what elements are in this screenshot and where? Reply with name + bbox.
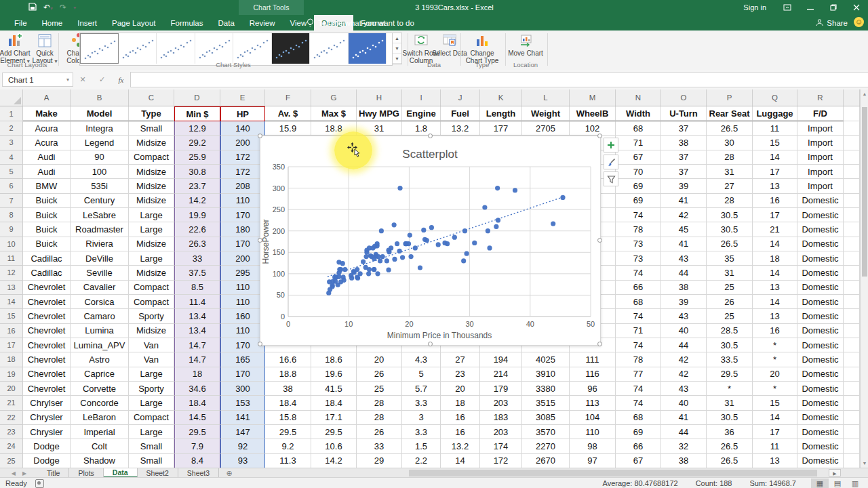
cell-O9[interactable]: 45 [661, 222, 707, 237]
cell-P7[interactable]: 28 [707, 194, 753, 208]
cell-C4[interactable]: Compact [129, 150, 174, 165]
hscroll-right-icon[interactable]: ▶ [829, 469, 841, 476]
cell-A18[interactable]: Chevrolet [23, 352, 71, 367]
cell-D25[interactable]: 8.4 [174, 454, 220, 468]
cell-K24[interactable]: 174 [480, 439, 522, 453]
ribbon-tab-review[interactable]: Review [242, 15, 283, 30]
cell-E19[interactable]: 170 [220, 367, 265, 382]
cell-Q1[interactable]: Luggage [753, 106, 797, 121]
cell-Q18[interactable]: * [753, 352, 797, 367]
chart-style-thumbnail-2[interactable] [119, 33, 157, 64]
cell-P4[interactable]: 28 [707, 150, 753, 165]
cell-R2[interactable]: Import [797, 121, 844, 136]
cell-E22[interactable]: 141 [220, 411, 265, 425]
cell-H24[interactable]: 33 [357, 439, 402, 453]
cell-I21[interactable]: 3.3 [402, 396, 441, 410]
cell-partial[interactable] [844, 136, 860, 150]
cell-B3[interactable]: Legend [71, 136, 129, 150]
macro-record-icon[interactable] [35, 479, 44, 488]
cell-partial[interactable] [844, 222, 860, 237]
cell-F25[interactable]: 11.3 [265, 454, 311, 468]
column-header-Q[interactable]: Q [753, 89, 797, 106]
cell-G21[interactable]: 18.4 [311, 396, 357, 410]
cell-G1[interactable]: Max $ [311, 106, 357, 121]
cell-B24[interactable]: Colt [71, 439, 129, 453]
cell-D8[interactable]: 19.9 [174, 208, 220, 222]
cell-N4[interactable]: 67 [616, 150, 661, 165]
cell-N3[interactable]: 71 [616, 136, 661, 150]
cell-O3[interactable]: 38 [661, 136, 707, 150]
chart-handle[interactable] [428, 342, 433, 346]
cell-D15[interactable]: 13.4 [174, 309, 220, 323]
cell-I20[interactable]: 5.7 [402, 382, 441, 396]
ribbon-tab-insert[interactable]: Insert [70, 15, 104, 30]
cell-N11[interactable]: 73 [616, 251, 661, 266]
cell-O11[interactable]: 43 [661, 251, 707, 266]
customize-qat-icon[interactable]: ▾ [73, 5, 76, 11]
cell-A9[interactable]: Buick [23, 222, 71, 237]
cell-A22[interactable]: Chrysler [23, 411, 71, 425]
cell-B25[interactable]: Shadow [71, 454, 129, 468]
cell-K18[interactable]: 194 [480, 352, 522, 367]
cell-partial[interactable] [844, 309, 860, 323]
column-header-I[interactable]: I [402, 89, 441, 106]
cell-A5[interactable]: Audi [23, 165, 71, 179]
cell-E9[interactable]: 180 [220, 222, 265, 237]
chart-elements-button[interactable] [604, 138, 618, 152]
cell-P2[interactable]: 26.5 [707, 121, 753, 136]
cell-C15[interactable]: Sporty [129, 309, 174, 323]
cell-L19[interactable]: 3910 [522, 367, 570, 382]
cell-N24[interactable]: 66 [616, 439, 661, 453]
cell-partial[interactable] [844, 179, 860, 193]
cell-Q6[interactable]: 13 [753, 179, 797, 193]
row-header-2[interactable]: 2 [0, 121, 23, 136]
cell-L24[interactable]: 2270 [522, 439, 570, 453]
cell-P9[interactable]: 30.5 [707, 222, 753, 237]
cell-G20[interactable]: 41.5 [311, 382, 357, 396]
cell-partial[interactable] [844, 382, 860, 396]
close-button[interactable] [845, 0, 868, 15]
cell-O12[interactable]: 44 [661, 266, 707, 280]
cell-E21[interactable]: 153 [220, 396, 265, 410]
cell-Q22[interactable]: 14 [753, 411, 797, 425]
cell-B9[interactable]: Roadmaster [71, 222, 129, 237]
cell-Q13[interactable]: 13 [753, 281, 797, 295]
cell-I25[interactable]: 2.2 [402, 454, 441, 468]
cell-R3[interactable]: Import [797, 136, 844, 150]
cell-R20[interactable]: Domestic [797, 382, 844, 396]
cell-O25[interactable]: 38 [661, 454, 707, 468]
cell-R19[interactable]: Domestic [797, 367, 844, 382]
row-header-18[interactable]: 18 [0, 352, 23, 367]
cell-R14[interactable]: Domestic [797, 295, 844, 309]
cell-A15[interactable]: Chevrolet [23, 309, 71, 323]
cell-D17[interactable]: 14.7 [174, 338, 220, 352]
cell-B23[interactable]: Imperial [71, 425, 129, 439]
cell-R8[interactable]: Domestic [797, 208, 844, 222]
column-header-E[interactable]: E [220, 89, 265, 106]
cell-E11[interactable]: 200 [220, 251, 265, 266]
cell-Q4[interactable]: 14 [753, 150, 797, 165]
enter-icon[interactable]: ✓ [99, 75, 105, 84]
cell-D12[interactable]: 37.5 [174, 266, 220, 280]
cell-P8[interactable]: 30.5 [707, 208, 753, 222]
scatter-chart[interactable]: Scatterplot05010015020025030035001020304… [260, 136, 601, 346]
cell-H25[interactable]: 29 [357, 454, 402, 468]
cell-L2[interactable]: 2705 [522, 121, 570, 136]
cell-N18[interactable]: 78 [616, 352, 661, 367]
cell-partial[interactable] [844, 295, 860, 309]
row-header-14[interactable]: 14 [0, 295, 23, 309]
cell-A4[interactable]: Audi [23, 150, 71, 165]
cell-B11[interactable]: DeVille [71, 251, 129, 266]
cell-C25[interactable]: Small [129, 454, 174, 468]
cell-Q24[interactable]: 11 [753, 439, 797, 453]
cell-M1[interactable]: WheelB [570, 106, 616, 121]
cell-E12[interactable]: 295 [220, 266, 265, 280]
cell-I19[interactable]: 5 [402, 367, 441, 382]
column-header-L[interactable]: L [522, 89, 570, 106]
cell-O18[interactable]: 42 [661, 352, 707, 367]
chart-style-thumbnail-6[interactable] [272, 33, 311, 64]
cell-O16[interactable]: 40 [661, 324, 707, 338]
cell-A3[interactable]: Acura [23, 136, 71, 150]
chart-style-thumbnail-8[interactable] [349, 33, 387, 64]
cell-P17[interactable]: 30.5 [707, 338, 753, 352]
